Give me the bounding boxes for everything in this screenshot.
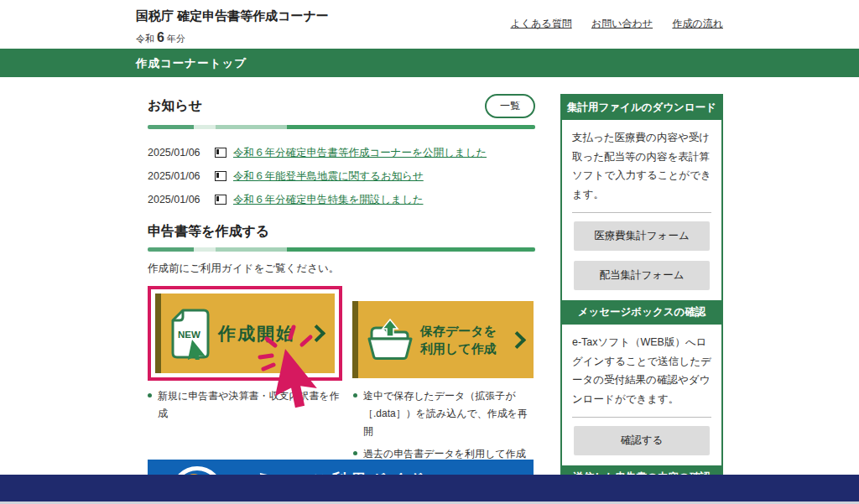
news-link[interactable]: 令和６年分確定申告特集を開設しました	[233, 193, 423, 207]
news-item: 2025/01/06 令和６年分確定申告特集を開設しました	[148, 188, 535, 211]
sidebar-body-download: 支払った医療費の内容や受け取った配当等の内容を表計算ソフトで入力することができま…	[572, 128, 711, 204]
divider	[572, 212, 711, 213]
news-date: 2025/01/06	[148, 170, 213, 182]
section-underline-bar	[148, 247, 535, 252]
section-underline-bar	[148, 125, 535, 129]
start-button[interactable]: NEW 作成開始	[155, 294, 335, 373]
create-section: 申告書等を作成する 作成前にご利用ガイドをご覧ください。 NEW	[148, 223, 535, 468]
header-links: よくある質問 お問い合わせ 作成の流れ	[494, 8, 724, 31]
link-faq[interactable]: よくある質問	[511, 18, 572, 29]
left-column: お知らせ 一覧 2025/01/06 令和６年分確定申告書等作成コーナーを公開し…	[136, 94, 535, 468]
create-buttons-row: NEW 作成開始	[148, 286, 535, 381]
site-identity: 国税庁 確定申告書等作成コーナー 令和6年分	[136, 8, 329, 45]
news-date: 2025/01/06	[148, 194, 213, 205]
era-year: 6	[157, 30, 164, 44]
confirm-button[interactable]: 確認する	[574, 426, 710, 455]
start-button-label: 作成開始	[218, 322, 295, 346]
page: 国税庁 確定申告書等作成コーナー 令和6年分 よくある質問 お問い合わせ 作成の…	[0, 0, 859, 504]
external-window-icon	[215, 171, 226, 181]
button-descriptions: 新規に申告書や決算書・収支内訳書を作成 途中で保存したデータ（拡張子が［.dat…	[148, 387, 535, 468]
resume-label-line2: 利用して作成	[420, 341, 497, 356]
resume-bullets: 途中で保存したデータ（拡張子が［.data］）を読み込んで、作成を再開 過去の申…	[353, 387, 535, 468]
resume-button[interactable]: 保存データを 利用して作成	[352, 301, 534, 378]
breadcrumb-label: 作成コーナートップ	[136, 57, 247, 70]
tax-year: 令和6年分	[136, 30, 329, 45]
new-document-icon: NEW	[169, 308, 211, 360]
chevron-right-icon	[308, 325, 325, 342]
news-item: 2025/01/06 令和６年能登半島地震に関するお知らせ	[148, 164, 535, 188]
create-heading: 申告書等を作成する	[148, 223, 535, 241]
site-title: 国税庁 確定申告書等作成コーナー	[136, 8, 329, 24]
chevron-right-icon	[508, 330, 526, 348]
external-window-icon	[215, 195, 226, 205]
era-suffix: 年分	[167, 34, 185, 44]
news-date: 2025/01/06	[148, 147, 213, 158]
medical-expense-form-button[interactable]: 医療費集計フォーム	[574, 221, 710, 251]
era-prefix: 令和	[136, 34, 154, 44]
main-content: お知らせ 一覧 2025/01/06 令和６年分確定申告書等作成コーナーを公開し…	[136, 94, 723, 504]
divider	[572, 417, 711, 418]
tutorial-highlight-frame: NEW 作成開始	[148, 286, 342, 381]
news-item: 2025/01/06 令和６年分確定申告書等作成コーナーを公開しました	[148, 141, 535, 164]
news-link[interactable]: 令和６年分確定申告書等作成コーナーを公開しました	[233, 146, 487, 160]
new-label: NEW	[178, 330, 200, 340]
sidebar: 集計用ファイルのダウンロード 支払った医療費の内容や受け取った配当等の内容を表計…	[560, 94, 723, 504]
sidebar-body-messagebox: e-Taxソフト（WEB版）へログインすることで送信したデータの受付結果の確認や…	[572, 333, 711, 408]
link-contact[interactable]: お問い合わせ	[591, 18, 653, 29]
dividend-form-button[interactable]: 配当集計フォーム	[574, 261, 710, 290]
sidebar-heading-download: 集計用ファイルのダウンロード	[562, 96, 721, 120]
news-list-button[interactable]: 一覧	[485, 94, 535, 118]
folder-upload-icon	[367, 319, 414, 361]
resume-label-line1: 保存データを	[420, 324, 497, 338]
news-heading: お知らせ	[148, 97, 202, 115]
breadcrumb-bar: 作成コーナートップ	[0, 49, 859, 77]
create-note: 作成前にご利用ガイドをご覧ください。	[148, 262, 535, 276]
sidebar-heading-messagebox: メッセージボックスの確認	[562, 300, 721, 325]
news-link[interactable]: 令和６年能登半島地震に関するお知らせ	[233, 169, 424, 184]
site-header: 国税庁 確定申告書等作成コーナー 令和6年分 よくある質問 お問い合わせ 作成の…	[0, 0, 859, 49]
news-list: 2025/01/06 令和６年分確定申告書等作成コーナーを公開しました 2025…	[148, 141, 535, 211]
bullet-item: 途中で保存したデータ（拡張子が［.data］）を読み込んで、作成を再開	[353, 387, 535, 440]
link-flow[interactable]: 作成の流れ	[672, 18, 723, 29]
resume-button-label: 保存データを 利用して作成	[420, 322, 497, 357]
external-window-icon	[215, 148, 226, 158]
news-section: お知らせ 一覧 2025/01/06 令和６年分確定申告書等作成コーナーを公開し…	[148, 94, 535, 211]
start-bullets: 新規に申告書や決算書・収支内訳書を作成	[148, 387, 345, 468]
bullet-item: 新規に申告書や決算書・収支内訳書を作成	[148, 387, 345, 423]
footer-bar	[0, 475, 859, 501]
